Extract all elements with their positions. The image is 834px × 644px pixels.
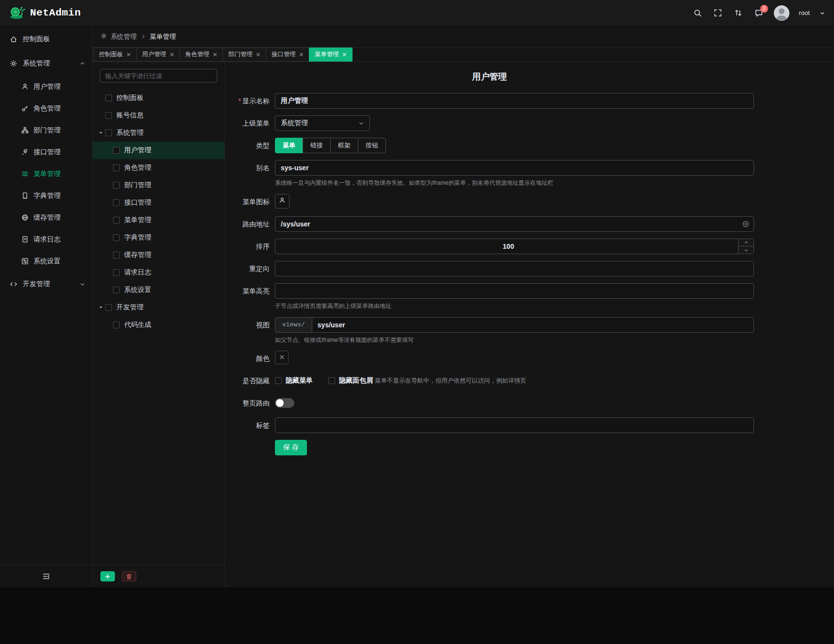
tree-checkbox[interactable]	[113, 217, 120, 224]
tree-node-apis[interactable]: 接口管理	[93, 194, 225, 211]
close-icon[interactable]	[256, 52, 260, 57]
home-icon	[10, 35, 17, 43]
tags-input[interactable]	[275, 418, 754, 433]
tab-menus[interactable]: 菜单管理	[309, 48, 353, 62]
tree-checkbox[interactable]	[113, 199, 120, 206]
globe-icon	[21, 214, 29, 221]
increase-button[interactable]	[738, 239, 754, 247]
main-area: 控制面板 系统管理 用户管理	[0, 26, 834, 587]
collapse-sidebar-icon[interactable]	[42, 572, 50, 580]
sidebar-item-label: 缓存管理	[33, 213, 61, 222]
tree-node-request-logs[interactable]: 请求日志	[93, 264, 225, 281]
fullscreen-icon[interactable]	[713, 8, 723, 18]
save-button[interactable]: 保 存	[275, 440, 307, 455]
tree-checkbox[interactable]	[105, 304, 112, 311]
sidebar-item-dictionaries[interactable]: 字典管理	[0, 185, 92, 207]
tree-node-departments[interactable]: 部门管理	[93, 177, 225, 194]
hide-menu-checkbox[interactable]: 隐藏菜单	[275, 376, 313, 385]
tab-users[interactable]: 用户管理	[136, 48, 180, 62]
sidebar-item-system[interactable]: 系统管理	[0, 51, 92, 76]
tree-node-dev-mgmt[interactable]: 开发管理	[93, 299, 225, 316]
hide-breadcrumb-checkbox[interactable]: 隐藏面包屑	[328, 376, 373, 385]
sort-input[interactable]	[275, 239, 754, 254]
close-icon[interactable]	[127, 52, 131, 57]
switch-icon[interactable]	[733, 8, 744, 18]
sidebar-item-dashboard[interactable]: 控制面板	[0, 27, 92, 51]
tree-node-roles[interactable]: 角色管理	[93, 159, 225, 177]
form-title: 用户管理	[225, 71, 754, 82]
chevron-down-icon[interactable]	[819, 10, 825, 16]
checkbox[interactable]	[275, 377, 282, 384]
view-input[interactable]	[312, 317, 754, 333]
tree-checkbox[interactable]	[113, 234, 120, 241]
type-option-button[interactable]: 按钮	[358, 138, 386, 153]
tree-node-users[interactable]: 用户管理	[93, 142, 225, 159]
tree-filter-input[interactable]	[100, 69, 217, 82]
menu-icon-picker-button[interactable]	[275, 194, 289, 209]
tree-node-menus[interactable]: 菜单管理	[93, 211, 225, 229]
tree-node-system-settings[interactable]: 系统设置	[93, 281, 225, 299]
decrease-button[interactable]	[738, 246, 754, 254]
tree-node-dictionaries[interactable]: 字典管理	[93, 229, 225, 246]
tree-checkbox[interactable]	[105, 129, 112, 136]
highlight-input[interactable]	[275, 283, 754, 299]
type-option-link[interactable]: 链接	[303, 138, 331, 153]
sidebar-item-menus[interactable]: 菜单管理	[0, 163, 92, 185]
caret-down-icon[interactable]	[96, 130, 105, 135]
tree-checkbox[interactable]	[113, 287, 120, 293]
checkbox[interactable]	[328, 377, 335, 384]
tab-label: 角色管理	[185, 50, 209, 59]
close-icon[interactable]	[213, 52, 217, 57]
sidebar-item-cache[interactable]: 缓存管理	[0, 207, 92, 228]
tab-roles[interactable]: 角色管理	[179, 48, 223, 62]
sidebar-item-request-logs[interactable]: 请求日志	[0, 228, 92, 250]
chevron-down-icon	[358, 120, 364, 126]
close-icon[interactable]	[299, 52, 304, 57]
clear-input-icon[interactable]	[742, 221, 749, 227]
tree-checkbox[interactable]	[113, 182, 120, 189]
alias-input[interactable]	[275, 160, 754, 176]
tree-checkbox[interactable]	[113, 322, 120, 328]
tree-checkbox[interactable]	[105, 112, 112, 119]
tree-checkbox[interactable]	[105, 95, 112, 101]
add-menu-button[interactable]	[100, 571, 115, 581]
key-icon	[21, 105, 29, 112]
sidebar-item-dev[interactable]: 开发管理	[0, 272, 92, 296]
breadcrumb-item-system[interactable]: 系统管理	[100, 32, 137, 41]
avatar[interactable]	[774, 5, 789, 21]
tree-checkbox[interactable]	[113, 164, 120, 171]
tree-node-dashboard[interactable]: 控制面板	[93, 89, 225, 107]
caret-down-icon[interactable]	[96, 305, 105, 310]
tree-node-account-info[interactable]: 账号信息	[93, 107, 225, 124]
sidebar-item-apis[interactable]: 接口管理	[0, 141, 92, 163]
close-icon[interactable]	[342, 52, 347, 57]
tree-node-system-mgmt[interactable]: 系统管理	[93, 124, 225, 142]
redirect-input[interactable]	[275, 261, 754, 276]
tree-node-code-gen[interactable]: 代码生成	[93, 316, 225, 334]
tree-checkbox[interactable]	[113, 252, 120, 258]
tree-checkbox[interactable]	[113, 147, 120, 154]
sidebar-item-users[interactable]: 用户管理	[0, 76, 92, 97]
form-row-redirect: 重定向	[225, 261, 754, 276]
delete-menu-button[interactable]	[122, 571, 136, 581]
sidebar-item-departments[interactable]: 部门管理	[0, 119, 92, 141]
tab-dashboard[interactable]: 控制面板	[93, 48, 137, 62]
sidebar-item-roles[interactable]: 角色管理	[0, 97, 92, 119]
display-name-input[interactable]	[275, 93, 754, 109]
tree-checkbox[interactable]	[113, 269, 120, 276]
full-page-toggle[interactable]	[275, 398, 294, 408]
parent-menu-select[interactable]: 系统管理	[275, 115, 370, 131]
type-option-iframe[interactable]: 框架	[330, 138, 358, 153]
messages-icon[interactable]: 3	[754, 8, 764, 18]
chevron-down-icon	[80, 281, 85, 287]
document-icon	[21, 236, 29, 243]
tree-node-cache[interactable]: 缓存管理	[93, 246, 225, 264]
route-input[interactable]	[275, 216, 754, 232]
tab-departments[interactable]: 部门管理	[223, 48, 266, 62]
tab-apis[interactable]: 接口管理	[266, 48, 309, 62]
type-option-menu[interactable]: 菜单	[275, 138, 303, 153]
search-icon[interactable]	[692, 8, 703, 18]
color-picker-button[interactable]	[275, 351, 289, 364]
close-icon[interactable]	[170, 52, 174, 57]
sidebar-item-system-settings[interactable]: 系统设置	[0, 250, 92, 272]
